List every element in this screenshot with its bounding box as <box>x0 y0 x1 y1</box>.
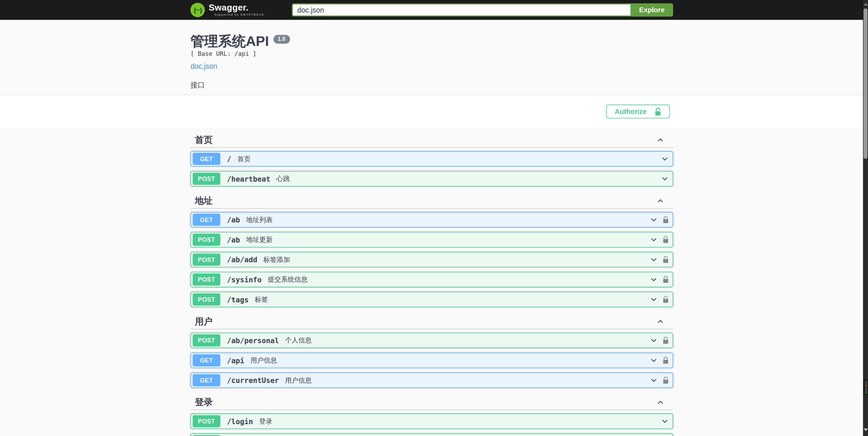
operation-summary: 标签 <box>255 295 268 304</box>
tag-header[interactable]: 地址 <box>190 194 673 209</box>
authorize-label: Authorize <box>615 108 647 116</box>
lock-icon[interactable] <box>663 216 669 224</box>
swagger-page: {···} Swagger. Supported by SMARTBEAR Ex… <box>0 0 868 436</box>
operation-path: /currentUser <box>227 376 279 384</box>
method-badge: POST <box>193 415 220 427</box>
operation-summary: 标签添加 <box>263 255 290 264</box>
operation-row[interactable]: POST /ab/add 标签添加 <box>190 252 673 268</box>
operation-summary: 提交系统信息 <box>268 275 307 284</box>
tag-header[interactable]: 首页 <box>190 133 673 148</box>
spec-url-form: Explore <box>292 3 673 17</box>
scrollbar-thumb[interactable] <box>864 8 867 159</box>
operation-path: /ab/add <box>227 255 257 264</box>
chevron-down-icon <box>650 337 658 345</box>
operation-path: /api <box>227 356 244 364</box>
tag-header[interactable]: 用户 <box>190 314 673 329</box>
operation-summary: 心跳 <box>277 174 290 184</box>
chevron-down-icon <box>650 296 658 303</box>
operation-path: /ab <box>227 216 240 224</box>
scrollbar-up-arrow-icon[interactable] <box>863 1 868 7</box>
operation-row[interactable]: POST /loginStatus 登录状态 <box>190 433 673 436</box>
operation-row[interactable]: POST /heartbeat 心跳 <box>190 171 673 187</box>
section-rows: GET / 首页 POST /heartbeat 心跳 <box>190 151 673 186</box>
operation-path: /tags <box>227 295 249 303</box>
swagger-logo: {···} Swagger. Supported by SMARTBEAR <box>190 3 264 17</box>
method-badge: POST <box>193 173 220 185</box>
chevron-down-icon <box>650 376 658 384</box>
section-rows: POST /login 登录 POST /loginStatus 登录状态 <box>190 414 673 436</box>
chevron-up-icon <box>656 197 664 205</box>
base-url: [ Base URL: /api ] <box>190 50 673 57</box>
operation-row[interactable]: POST /sysinfo 提交系统信息 <box>190 272 673 287</box>
operation-summary: 用户信息 <box>285 375 312 385</box>
chevron-up-icon <box>656 136 664 144</box>
method-badge: POST <box>193 234 220 246</box>
operation-row[interactable]: GET /api 用户信息 <box>190 353 673 368</box>
tag-section: 地址 GET /ab 地址列表 POST /ab 地址更新 <box>190 194 673 307</box>
operation-path: /ab <box>227 236 240 244</box>
lock-icon[interactable] <box>663 276 669 284</box>
topbar: {···} Swagger. Supported by SMARTBEAR Ex… <box>0 0 868 20</box>
api-title-row: 管理系统API1.0 <box>190 33 673 49</box>
operations-list: 首页 GET / 首页 POST /heartbeat 心跳 <box>190 133 673 436</box>
unlock-icon <box>654 107 662 116</box>
version-badge: 1.0 <box>273 35 290 44</box>
chevron-down-icon <box>650 276 658 284</box>
section-title: 首页 <box>195 134 213 146</box>
api-info-section: 管理系统API1.0 [ Base URL: /api ] doc.json 接… <box>0 20 868 95</box>
section-title: 地址 <box>195 196 213 207</box>
brand-subtitle: Supported by SMARTBEAR <box>214 13 264 16</box>
operation-summary: 用户信息 <box>250 356 277 365</box>
tag-section: 登录 POST /login 登录 POST /loginStatus 登录状态 <box>190 395 673 436</box>
operation-summary: 登录 <box>259 417 272 426</box>
operation-row[interactable]: GET /currentUser 用户信息 <box>190 372 673 388</box>
operation-summary: 地址更新 <box>246 235 272 245</box>
chevron-down-icon <box>650 256 658 264</box>
operation-path: / <box>227 155 231 163</box>
tag-section: 用户 POST /ab/personal 个人信息 GET /api 用户信息 <box>190 314 673 388</box>
tag-section: 首页 GET / 首页 POST /heartbeat 心跳 <box>190 133 673 187</box>
method-badge: GET <box>193 153 220 165</box>
braces-glyph: {···} <box>194 7 202 14</box>
scrollbar-down-arrow-icon[interactable] <box>863 426 868 433</box>
lock-icon[interactable] <box>663 236 669 244</box>
method-badge: POST <box>193 294 220 306</box>
chevron-down-icon <box>661 155 669 163</box>
chevron-down-icon <box>650 216 658 224</box>
lock-icon[interactable] <box>663 296 669 303</box>
scrollbar[interactable] <box>863 0 868 436</box>
chevron-up-icon <box>656 399 664 406</box>
chevron-down-icon <box>650 356 658 364</box>
explore-button[interactable]: Explore <box>631 3 673 17</box>
chevron-down-icon <box>650 236 658 244</box>
lock-icon[interactable] <box>663 356 669 364</box>
operation-row[interactable]: POST /login 登录 <box>190 414 673 429</box>
section-title: 用户 <box>195 316 213 327</box>
chevron-up-icon <box>656 318 664 325</box>
operation-path: /heartbeat <box>227 174 270 183</box>
api-description: 接口 <box>190 80 673 90</box>
spec-url-input[interactable] <box>292 3 631 17</box>
method-badge: GET <box>193 374 220 386</box>
lock-icon[interactable] <box>663 376 669 384</box>
authorize-button[interactable]: Authorize <box>606 105 670 119</box>
operation-row[interactable]: GET / 首页 <box>190 151 673 167</box>
lock-icon[interactable] <box>663 256 669 264</box>
tag-header[interactable]: 登录 <box>190 395 673 410</box>
brand-name: Swagger. <box>209 3 264 12</box>
operation-path: /sysinfo <box>227 275 262 284</box>
method-badge: POST <box>193 334 220 347</box>
spec-link[interactable]: doc.json <box>190 62 217 70</box>
method-badge: GET <box>193 354 220 367</box>
lock-icon[interactable] <box>663 337 669 345</box>
operations-section: 首页 GET / 首页 POST /heartbeat 心跳 <box>0 128 868 436</box>
api-title: 管理系统API <box>190 33 269 49</box>
section-rows: POST /ab/personal 个人信息 GET /api 用户信息 <box>190 333 673 388</box>
operation-row[interactable]: POST /ab/personal 个人信息 <box>190 333 673 348</box>
operation-row[interactable]: GET /ab 地址列表 <box>190 212 673 228</box>
operation-path: /login <box>227 417 253 425</box>
operation-row[interactable]: POST /tags 标签 <box>190 292 673 307</box>
chevron-down-icon <box>661 417 669 425</box>
operation-row[interactable]: POST /ab 地址更新 <box>190 232 673 248</box>
swagger-logo-icon: {···} <box>190 3 205 17</box>
